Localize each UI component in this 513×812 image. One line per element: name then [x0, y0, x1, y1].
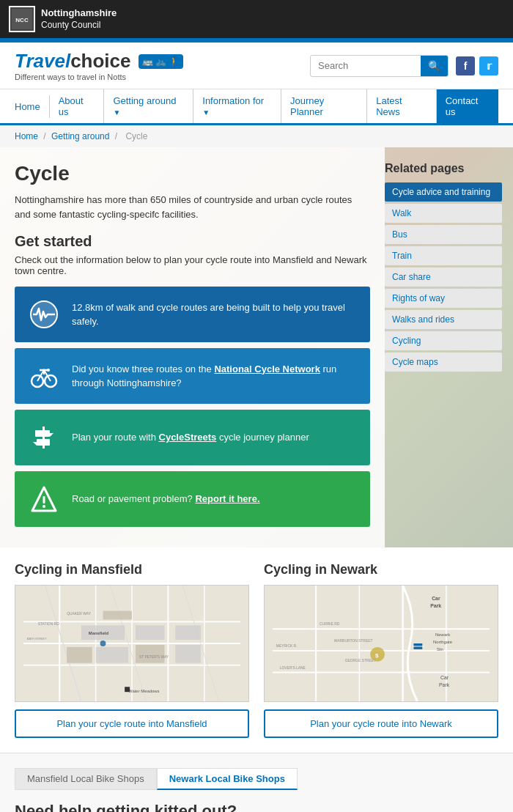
- svg-text:$: $: [375, 652, 379, 659]
- svg-text:Park: Park: [439, 682, 450, 687]
- svg-text:Newark: Newark: [435, 632, 450, 637]
- mansfield-route-btn[interactable]: Plan your cycle route into Mansfield: [15, 709, 249, 738]
- breadcrumb-separator1: /: [43, 131, 48, 141]
- page-body: Cycle Nottinghamshire has more than 650 …: [0, 147, 513, 547]
- svg-text:Car: Car: [432, 596, 440, 601]
- svg-rect-29: [67, 647, 92, 663]
- svg-rect-31: [136, 645, 165, 663]
- sidebar-item-train[interactable]: Train: [385, 246, 502, 265]
- ncn-link[interactable]: National Cycle Network: [214, 363, 320, 374]
- svg-point-13: [43, 505, 45, 508]
- bike-shops-title: Need help getting kitted out?: [15, 802, 498, 812]
- svg-text:Park: Park: [430, 603, 441, 608]
- twitter-icon[interactable]: 𝕣: [479, 56, 498, 75]
- breadcrumb-separator2: /: [115, 131, 120, 141]
- svg-text:Mansfield: Mansfield: [89, 631, 109, 635]
- svg-text:STATION RD: STATION RD: [38, 622, 60, 626]
- walk-logo-icon: 🚶: [169, 56, 180, 67]
- bicycle-icon: [26, 358, 62, 394]
- get-started-title: Get started: [15, 233, 370, 250]
- sidebar-item-cycling[interactable]: Cycling: [385, 331, 502, 350]
- bike-shops-section: Mansfield Local Bike Shops Newark Local …: [0, 753, 513, 812]
- svg-text:Water Meadows: Water Meadows: [128, 689, 159, 693]
- breadcrumb-home[interactable]: Home: [15, 131, 38, 141]
- newark-route-btn[interactable]: Plan your cycle route into Newark: [264, 709, 498, 738]
- nav-information-for[interactable]: Information for ▼: [193, 89, 281, 123]
- logo-mode-icons: 🚌 🚲 🚶: [139, 54, 183, 69]
- svg-text:GEORGE STREET: GEORGE STREET: [345, 659, 376, 662]
- svg-text:Northgate: Northgate: [433, 640, 453, 644]
- breadcrumb-getting-around[interactable]: Getting around: [51, 131, 109, 141]
- sidebar-item-carshare[interactable]: Car share: [385, 267, 502, 287]
- mansfield-tab[interactable]: Mansfield Local Bike Shops: [15, 768, 157, 790]
- svg-rect-42: [273, 586, 490, 701]
- shop-tabs: Mansfield Local Bike Shops Newark Local …: [15, 768, 498, 790]
- svg-text:NCC: NCC: [15, 17, 29, 23]
- info-card-text-1: 12.8km of walk and cycle routes are bein…: [72, 300, 358, 329]
- svg-text:BATH STREET: BATH STREET: [27, 637, 47, 641]
- svg-rect-12: [43, 496, 45, 503]
- heart-pulse-icon: [26, 297, 62, 332]
- svg-text:WARBURTON STREET: WARBURTON STREET: [334, 639, 373, 643]
- sidebar-item-cycle-maps[interactable]: Cycle maps: [385, 353, 502, 372]
- logo-text: Travelchoice: [15, 50, 131, 73]
- info-card-text-4: Road or pavement problem? Report it here…: [72, 492, 260, 506]
- sidebar-item-cycle-advice[interactable]: Cycle advice and training: [385, 182, 502, 202]
- svg-rect-10: [37, 439, 50, 446]
- newark-tab[interactable]: Newark Local Bike Shops: [157, 768, 298, 790]
- info-card-text-3: Plan your route with CycleStreets cycle …: [72, 430, 309, 445]
- bus-icon: 🚌: [142, 56, 153, 67]
- info-card-ncn: Did you know three routes on the Nationa…: [15, 348, 370, 404]
- get-started-subtitle: Check out the information below to plan …: [15, 254, 370, 276]
- sidebar-item-bus[interactable]: Bus: [385, 225, 502, 244]
- newark-map-item: Cycling in Newark Car Park Newark: [264, 562, 498, 738]
- svg-marker-11: [33, 442, 37, 446]
- svg-marker-9: [50, 433, 53, 437]
- map-section: Cycling in Mansfield: [0, 547, 513, 753]
- svg-text:QUAKER WAY: QUAKER WAY: [67, 612, 92, 616]
- info-card-report: Road or pavement problem? Report it here…: [15, 471, 370, 527]
- cyclestreets-link[interactable]: CycleStreets: [159, 432, 217, 443]
- search-button[interactable]: 🔍: [421, 56, 448, 76]
- svg-rect-36: [125, 687, 130, 692]
- page-title: Cycle: [15, 162, 370, 185]
- svg-text:MEYRICK R.: MEYRICK R.: [276, 644, 298, 648]
- mansfield-map-item: Cycling in Mansfield: [15, 562, 249, 738]
- council-shield: NCC: [9, 6, 35, 32]
- sidebar-item-walk[interactable]: Walk: [385, 204, 502, 223]
- intro-text: Nottinghamshire has more than 650 miles …: [15, 193, 370, 221]
- report-link[interactable]: Report it here.: [195, 493, 259, 504]
- svg-text:LOVER'S LANE: LOVER'S LANE: [280, 666, 306, 670]
- svg-rect-32: [175, 625, 201, 640]
- dropdown-arrow: ▼: [113, 108, 120, 117]
- newark-title: Cycling in Newark: [264, 562, 498, 577]
- main-header: Travelchoice 🚌 🚲 🚶 Different ways to tra…: [0, 43, 513, 89]
- search-box: 🔍: [310, 55, 449, 77]
- bike-logo-icon: 🚲: [155, 56, 166, 67]
- mansfield-map-image: Mansfield Water Meadows QUAKER WAY ST PE…: [15, 585, 249, 702]
- logo-subtitle: Different ways to travel in Notts: [15, 73, 183, 81]
- nav-latest-news[interactable]: Latest News: [367, 89, 437, 123]
- nav-getting-around[interactable]: Getting around ▼: [104, 89, 193, 123]
- svg-text:Car: Car: [440, 675, 449, 680]
- dropdown-arrow2: ▼: [202, 108, 210, 117]
- facebook-icon[interactable]: f: [456, 56, 475, 75]
- sidebar-item-walks-rides[interactable]: Walks and rides: [385, 310, 502, 329]
- social-icons: f 𝕣: [456, 56, 498, 75]
- info-card-cyclestreets: Plan your route with CycleStreets cycle …: [15, 410, 370, 465]
- site-logo: Travelchoice 🚌 🚲 🚶 Different ways to tra…: [15, 50, 183, 81]
- search-input[interactable]: [311, 56, 421, 75]
- svg-rect-28: [136, 625, 165, 640]
- svg-point-6: [47, 369, 50, 372]
- road-icon: [26, 481, 62, 517]
- nav-about[interactable]: About us: [50, 89, 105, 123]
- nav-contact[interactable]: Contact us: [437, 89, 498, 123]
- svg-point-37: [100, 641, 106, 646]
- mansfield-title: Cycling in Mansfield: [15, 562, 249, 577]
- nav-home[interactable]: Home: [15, 95, 50, 118]
- sidebar-item-rights-of-way[interactable]: Rights of way: [385, 289, 502, 308]
- svg-text:ST PETER'S WAY: ST PETER'S WAY: [139, 655, 169, 659]
- signpost-icon: [26, 420, 62, 455]
- nav-journey-planner[interactable]: Journey Planner: [281, 89, 367, 123]
- svg-rect-27: [103, 611, 133, 620]
